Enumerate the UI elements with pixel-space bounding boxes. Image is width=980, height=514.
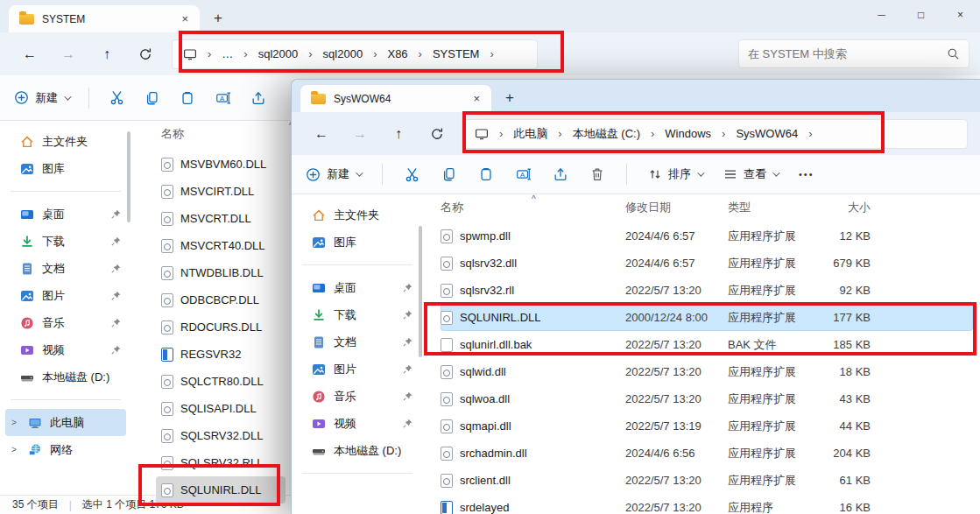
new-tab-button[interactable]: + <box>214 11 222 25</box>
sidebar-item-pictures[interactable]: 图片 <box>297 356 418 383</box>
sidebar-item-desktop[interactable]: 桌面 <box>297 274 418 301</box>
sidebar-item-music[interactable]: 音乐 <box>297 383 418 410</box>
file-row[interactable]: MSVCIRT.DLL <box>156 178 286 205</box>
tab-bar: SysWOW64 × + <box>292 80 980 112</box>
file-row[interactable]: sqlsrv32.rll 2022/5/7 13:20 应用程序扩展 92 KB <box>441 277 980 304</box>
refresh-icon[interactable] <box>126 47 165 61</box>
expand-icon[interactable]: > <box>9 445 19 454</box>
new-button[interactable]: 新建 <box>306 166 361 182</box>
file-row-selected[interactable]: SQLUNIRL.DLL <box>156 476 286 503</box>
file-row[interactable]: srchadmin.dll 2024/4/6 6:56 应用程序扩展 204 K… <box>441 440 980 467</box>
search-input[interactable] <box>748 47 940 60</box>
column-header-type[interactable]: 类型 <box>728 200 820 215</box>
back-button[interactable]: ← <box>302 126 341 142</box>
crumb-x86[interactable]: X86 <box>387 47 407 60</box>
file-row[interactable]: MSVBVM60.DLL <box>156 151 286 178</box>
crumb-drive-c[interactable]: 本地磁盘 (C:) <box>573 126 640 142</box>
rename-button[interactable]: A <box>515 166 532 182</box>
file-row[interactable]: sqlsrv32.dll 2024/4/6 6:57 应用程序扩展 679 KB <box>441 250 980 277</box>
tab-syswow64[interactable]: SysWOW64 × <box>300 85 491 112</box>
sidebar-item-videos[interactable]: 视频 <box>5 336 126 363</box>
file-row[interactable]: SQLSRV32.RLL <box>156 449 286 476</box>
copy-button[interactable] <box>145 90 160 106</box>
file-row[interactable]: MSVCRT40.DLL <box>156 232 286 259</box>
crumb-ellipsis[interactable]: … <box>222 47 233 60</box>
paste-button[interactable] <box>478 166 494 182</box>
column-header-size[interactable]: 大小 <box>820 200 871 215</box>
crumb-this-pc[interactable]: 此电脑 <box>513 126 547 142</box>
close-button[interactable]: × <box>941 0 980 30</box>
minimize-button[interactable]: ─ <box>862 0 901 30</box>
refresh-icon[interactable] <box>418 127 456 141</box>
file-row-selected[interactable]: SQLUNIRL.DLL 2000/12/24 8:00 应用程序扩展 177 … <box>441 304 973 331</box>
delete-button[interactable] <box>589 166 605 182</box>
new-tab-button[interactable]: + <box>505 90 514 105</box>
file-row[interactable]: sqmapi.dll 2022/5/7 13:19 应用程序扩展 44 KB <box>441 412 980 440</box>
tab-close-icon[interactable]: × <box>177 12 193 25</box>
sidebar-item-pictures[interactable]: 图片 <box>5 282 126 309</box>
crumb-sql2000-2[interactable]: sql2000 <box>323 47 363 60</box>
file-row[interactable]: sqlwid.dll 2022/5/7 13:20 应用程序扩展 18 KB <box>441 358 980 385</box>
sidebar-scrollbar[interactable] <box>419 226 422 357</box>
share-button[interactable] <box>553 166 568 182</box>
expand-icon[interactable]: > <box>9 418 19 427</box>
sidebar-item-drive-d[interactable]: 本地磁盘 (D:) <box>297 437 418 464</box>
copy-button[interactable] <box>441 166 457 182</box>
file-row[interactable]: SQLCTR80.DLL <box>156 368 286 395</box>
sidebar-item-network[interactable]: > 网络 <box>5 436 126 463</box>
crumb-system[interactable]: SYSTEM <box>433 47 479 60</box>
sidebar-item-this-pc[interactable]: > 此电脑 <box>5 409 126 436</box>
sidebar-item-downloads[interactable]: 下载 <box>297 301 418 328</box>
sidebar-item-documents[interactable]: 文档 <box>5 255 126 282</box>
up-button[interactable]: ↑ <box>88 46 126 62</box>
cut-button[interactable] <box>404 166 420 183</box>
paste-button[interactable] <box>180 90 195 106</box>
sidebar-item-gallery[interactable]: 图库 <box>297 229 418 256</box>
cut-button[interactable] <box>109 89 125 106</box>
file-row[interactable]: sqlunirl.dll.bak 2022/5/7 13:20 BAK 文件 1… <box>441 331 980 358</box>
forward-button[interactable]: → <box>341 126 379 142</box>
file-row[interactable]: RDOCURS.DLL <box>156 313 286 341</box>
breadcrumb[interactable]: › 此电脑 › 本地磁盘 (C:) › Windows › SysWOW64 › <box>463 119 968 149</box>
up-button[interactable]: ↑ <box>379 126 418 142</box>
crumb-syswow64[interactable]: SysWOW64 <box>736 127 798 140</box>
more-button[interactable]: ••• <box>799 169 814 180</box>
sidebar-scrollbar[interactable] <box>127 131 130 222</box>
column-header-name[interactable]: 名称 ^ <box>161 124 294 144</box>
sidebar-item-desktop[interactable]: 桌面 <box>5 201 126 228</box>
sidebar-item-drive-d[interactable]: 本地磁盘 (D:) <box>5 363 126 391</box>
file-row[interactable]: SQLISAPI.DLL <box>156 395 286 422</box>
file-row[interactable]: srdelayed 2022/5/7 13:20 应用程序 16 KB <box>441 494 980 514</box>
forward-button[interactable]: → <box>49 46 88 62</box>
toolbar-divider <box>626 164 627 185</box>
maximize-button[interactable]: □ <box>901 0 941 30</box>
sidebar-item-music[interactable]: 音乐 <box>5 309 126 336</box>
crumb-sql2000[interactable]: sql2000 <box>258 47 299 60</box>
sidebar-item-home[interactable]: 主文件夹 <box>297 201 418 229</box>
new-button[interactable]: 新建 <box>14 90 69 106</box>
back-button[interactable]: ← <box>11 46 49 62</box>
column-header-date[interactable]: 修改日期 <box>625 200 728 215</box>
file-row[interactable]: srclient.dll 2022/5/7 13:20 应用程序扩展 61 KB <box>441 467 980 494</box>
sidebar-item-downloads[interactable]: 下载 <box>5 228 126 255</box>
tab-system[interactable]: SYSTEM × <box>9 5 200 32</box>
file-row[interactable]: NTWDBLIB.DLL <box>156 259 286 286</box>
breadcrumb[interactable]: › … › sql2000 › sql2000 › X86 › SYSTEM › <box>172 39 538 69</box>
crumb-windows[interactable]: Windows <box>665 127 711 140</box>
file-row[interactable]: ODBCBCP.DLL <box>156 286 286 313</box>
file-row[interactable]: REGSVR32 <box>156 341 286 368</box>
sidebar-item-gallery[interactable]: 图库 <box>5 155 126 182</box>
sort-button[interactable]: 排序 <box>648 166 702 182</box>
file-row[interactable]: SQLSRV32.DLL <box>156 422 286 449</box>
view-button[interactable]: 查看 <box>723 166 778 182</box>
file-row[interactable]: sqlwoa.dll 2022/5/7 13:20 应用程序扩展 43 KB <box>441 385 980 412</box>
rename-button[interactable]: A <box>215 90 231 106</box>
sidebar-item-videos[interactable]: 视频 <box>297 410 418 437</box>
share-button[interactable] <box>250 90 266 106</box>
sidebar-item-home[interactable]: 主文件夹 <box>5 128 126 155</box>
sidebar-item-documents[interactable]: 文档 <box>297 328 418 356</box>
file-row[interactable]: spwmp.dll 2024/4/6 6:57 应用程序扩展 12 KB <box>441 222 980 250</box>
tab-close-icon[interactable]: × <box>469 92 484 105</box>
file-row[interactable]: MSVCRT.DLL <box>156 205 286 232</box>
search-box[interactable] <box>738 39 969 68</box>
